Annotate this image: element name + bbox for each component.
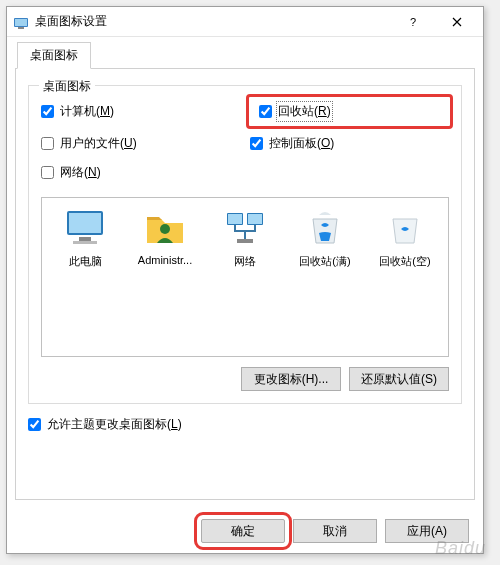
check-network-label: 网络(N) <box>60 164 101 181</box>
recycle-empty-icon <box>381 208 429 248</box>
check-computer-label: 计算机(M) <box>60 103 114 120</box>
tab-body: 桌面图标 计算机(M) 回收站(R) 用户的文件(U) <box>15 68 475 500</box>
check-userfiles-box[interactable] <box>41 137 54 150</box>
svg-rect-6 <box>79 237 91 241</box>
help-button[interactable]: ? <box>391 8 435 36</box>
check-userfiles[interactable]: 用户的文件(U) <box>41 135 240 152</box>
check-theme-change[interactable]: 允许主题更改桌面图标(L) <box>28 416 462 433</box>
check-computer-box[interactable] <box>41 105 54 118</box>
svg-rect-5 <box>69 213 101 233</box>
group-legend: 桌面图标 <box>39 78 95 95</box>
check-userfiles-label: 用户的文件(U) <box>60 135 137 152</box>
icon-label: 回收站(满) <box>299 255 350 267</box>
svg-rect-7 <box>73 241 97 244</box>
check-recycle[interactable]: 回收站(R) <box>259 103 440 120</box>
check-computer[interactable]: 计算机(M) <box>41 100 240 123</box>
user-folder-icon <box>141 208 189 248</box>
svg-rect-13 <box>237 239 253 243</box>
icon-label: Administr... <box>138 254 192 266</box>
svg-rect-1 <box>15 19 27 26</box>
icon-button-row: 更改图标(H)... 还原默认值(S) <box>41 367 449 391</box>
recycle-full-icon <box>301 208 349 248</box>
icon-label: 回收站(空) <box>379 255 430 267</box>
cancel-button[interactable]: 取消 <box>293 519 377 543</box>
monitor-icon <box>61 208 109 248</box>
svg-rect-2 <box>18 27 24 29</box>
highlight-recycle: 回收站(R) <box>246 94 453 129</box>
icon-label: 此电脑 <box>69 255 102 267</box>
icon-network[interactable]: 网络 <box>208 208 282 346</box>
check-recycle-label: 回收站(R) <box>278 103 331 120</box>
ok-button[interactable]: 确定 <box>201 519 285 543</box>
svg-text:?: ? <box>410 16 416 28</box>
check-network[interactable]: 网络(N) <box>41 164 240 181</box>
close-button[interactable] <box>435 8 479 36</box>
check-control-label: 控制面板(O) <box>269 135 334 152</box>
icon-preview-list[interactable]: 此电脑 Administr... 网络 <box>41 197 449 357</box>
group-desktop-icons: 桌面图标 计算机(M) 回收站(R) 用户的文件(U) <box>28 85 462 404</box>
svg-rect-12 <box>248 214 262 224</box>
icon-recycle-full[interactable]: 回收站(满) <box>288 208 362 346</box>
check-recycle-box[interactable] <box>259 105 272 118</box>
dialog-window: 桌面图标设置 ? 桌面图标 桌面图标 计算机(M) 回收站(R) <box>6 6 484 554</box>
titlebar: 桌面图标设置 ? <box>7 7 483 37</box>
check-control-box[interactable] <box>250 137 263 150</box>
check-network-box[interactable] <box>41 166 54 179</box>
check-theme-change-label: 允许主题更改桌面图标(L) <box>47 416 182 433</box>
change-icon-button[interactable]: 更改图标(H)... <box>241 367 341 391</box>
window-title: 桌面图标设置 <box>35 13 391 30</box>
icon-admin-folder[interactable]: Administr... <box>128 208 202 346</box>
svg-point-8 <box>160 224 170 234</box>
apply-button[interactable]: 应用(A) <box>385 519 469 543</box>
restore-default-button[interactable]: 还原默认值(S) <box>349 367 449 391</box>
icon-this-pc[interactable]: 此电脑 <box>48 208 122 346</box>
network-icon <box>221 208 269 248</box>
dialog-button-row: 确定 取消 应用(A) <box>201 519 469 543</box>
icon-recycle-empty[interactable]: 回收站(空) <box>368 208 442 346</box>
check-theme-change-box[interactable] <box>28 418 41 431</box>
svg-rect-11 <box>228 214 242 224</box>
check-control[interactable]: 控制面板(O) <box>250 135 449 152</box>
tab-strip: 桌面图标 <box>7 41 483 68</box>
app-icon <box>13 14 29 30</box>
tab-desktop-icons[interactable]: 桌面图标 <box>17 42 91 69</box>
icon-label: 网络 <box>234 255 256 267</box>
checkbox-grid: 计算机(M) 回收站(R) 用户的文件(U) 控制面板(O) <box>41 100 449 181</box>
